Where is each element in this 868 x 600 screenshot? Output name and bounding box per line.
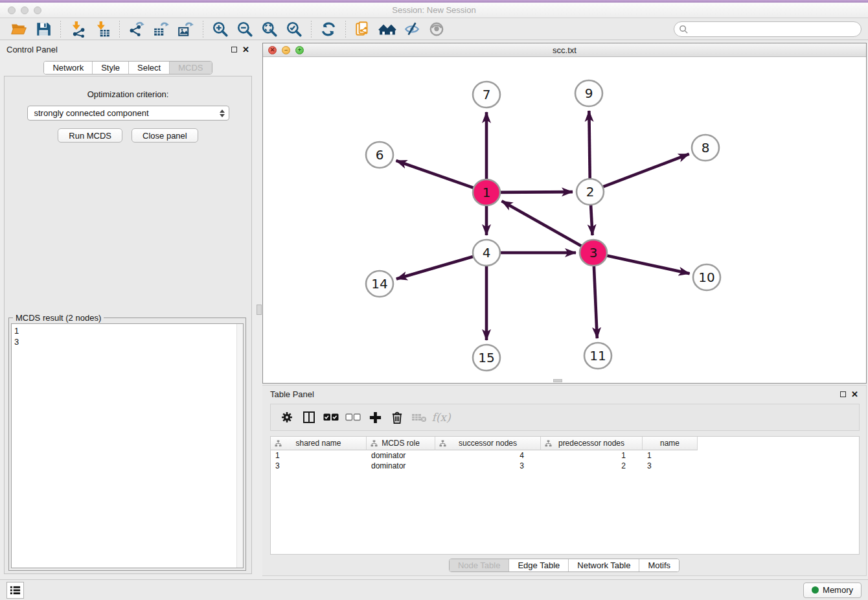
close-panel-button[interactable]: Close panel [131,128,198,143]
zoom-in-button[interactable] [210,19,231,39]
deselect-all-button[interactable] [342,406,364,428]
table-row[interactable]: 3dominator323 [271,461,859,471]
add-column-button[interactable] [364,406,386,428]
graph-node-7[interactable]: 7 [473,82,500,108]
graph-node-4[interactable]: 4 [473,240,500,266]
table-cell[interactable]: 3 [271,461,367,471]
graph-node-8[interactable]: 8 [692,135,719,161]
network-canvas[interactable]: 7968124314101511 [263,57,866,383]
edge-3-1[interactable] [502,201,583,246]
clone-network-button[interactable] [352,19,373,39]
mcds-result-textarea[interactable]: 1 3 [11,323,244,568]
delete-table-button[interactable] [408,406,430,428]
column-header-predecessor-nodes[interactable]: predecessor nodes [541,437,643,450]
save-session-button[interactable] [33,19,54,39]
toolbar-separator [311,21,312,38]
panel-splitter[interactable] [256,40,262,579]
import-table-button[interactable] [92,19,113,39]
column-header-name[interactable]: name [643,437,698,450]
column-header-shared-name[interactable]: shared name [271,437,367,450]
node-table: shared nameMCDS rolesuccessor nodesprede… [270,436,860,555]
edge-1-6[interactable] [396,161,475,189]
float-table-panel-icon[interactable] [840,391,846,397]
column-header-mcds-role[interactable]: MCDS role [367,437,435,450]
table-cell[interactable]: 1 [541,450,643,461]
toolbar-separator [60,21,61,38]
graph-node-10[interactable]: 10 [693,264,720,290]
network-graph-svg: 7968124314101511 [263,57,866,383]
graph-node-15[interactable]: 15 [473,345,500,371]
optimization-criterion-select[interactable]: strongly connected component [27,106,229,121]
toolbar-separator [345,21,346,38]
table-cell[interactable]: dominator [367,450,435,461]
export-network-button[interactable] [126,19,147,39]
table-cell[interactable]: dominator [367,461,435,471]
first-neighbors-button[interactable] [377,19,398,39]
table-settings-button[interactable] [276,406,298,428]
tab-style[interactable]: Style [93,62,129,74]
float-panel-icon[interactable] [231,47,237,52]
graph-node-1[interactable]: 1 [473,179,500,205]
result-scrollbar[interactable] [236,324,243,568]
table-cell[interactable]: 1 [643,450,698,461]
graph-node-14[interactable]: 14 [366,271,393,297]
zoom-fit-button[interactable] [259,19,280,39]
delete-column-button[interactable] [386,406,408,428]
graph-node-11[interactable]: 11 [584,343,611,369]
tab-node-table[interactable]: Node Table [450,559,510,571]
zoom-selected-button[interactable] [284,19,304,39]
edge-2-9[interactable] [589,111,589,179]
svg-text:14: 14 [371,276,387,292]
table-panel-tabs: Node TableEdge TableNetwork TableMotifs [449,559,680,572]
table-cell[interactable]: 1 [271,450,367,461]
graph-node-9[interactable]: 9 [575,80,602,106]
houses-icon [378,21,396,38]
splitter-handle[interactable] [257,305,262,315]
table-row[interactable]: 1dominator411 [271,450,859,461]
search-input[interactable] [674,21,862,37]
table-cell[interactable]: 3 [435,461,541,471]
table-cell[interactable]: 3 [643,461,698,471]
tab-edge-table[interactable]: Edge Table [509,559,569,571]
column-header-successor-nodes[interactable]: successor nodes [435,437,541,450]
tab-select[interactable]: Select [129,62,170,74]
export-image-button[interactable] [176,19,196,39]
refresh-button[interactable] [318,19,339,39]
task-history-button[interactable] [6,582,24,599]
tab-motifs[interactable]: Motifs [639,559,679,571]
table-cell[interactable]: 2 [541,461,643,471]
edge-2-8[interactable] [602,154,689,188]
close-panel-icon[interactable]: ✕ [242,45,249,54]
plus-icon [369,411,382,424]
show-all-button[interactable] [426,19,447,39]
hide-selected-button[interactable] [402,19,422,39]
split-view-button[interactable] [298,406,320,428]
export-network-icon [128,21,145,38]
select-all-button[interactable] [320,406,342,428]
optimization-criterion-label: Optimization criterion: [5,89,251,99]
import-network-button[interactable] [67,19,88,39]
open-session-button[interactable] [8,19,29,39]
tab-network-table[interactable]: Network Table [569,559,639,571]
graph-node-2[interactable]: 2 [577,179,604,205]
export-table-button[interactable] [151,19,172,39]
table-cell[interactable]: 4 [435,450,541,461]
graph-node-6[interactable]: 6 [366,142,393,168]
run-mcds-button[interactable]: Run MCDS [58,128,122,143]
control-panel-title: Control Panel [6,45,58,54]
table-header-row: shared nameMCDS rolesuccessor nodesprede… [271,437,859,450]
close-table-panel-icon[interactable]: ✕ [851,390,858,398]
edge-2-3[interactable] [591,204,593,235]
graph-node-3[interactable]: 3 [580,240,607,266]
tab-mcds[interactable]: MCDS [170,62,211,74]
edge-1-2[interactable] [499,192,573,192]
edge-3-10[interactable] [606,255,690,273]
edge-4-14[interactable] [396,256,475,279]
tab-network[interactable]: Network [44,62,93,74]
function-builder-button[interactable]: f(x) [430,406,452,428]
edge-3-11[interactable] [594,265,597,338]
zoom-out-button[interactable] [234,19,255,39]
canvas-scrollbar-thumb[interactable] [553,379,562,382]
select-all-icon [323,413,339,421]
memory-button[interactable]: Memory [803,583,862,598]
